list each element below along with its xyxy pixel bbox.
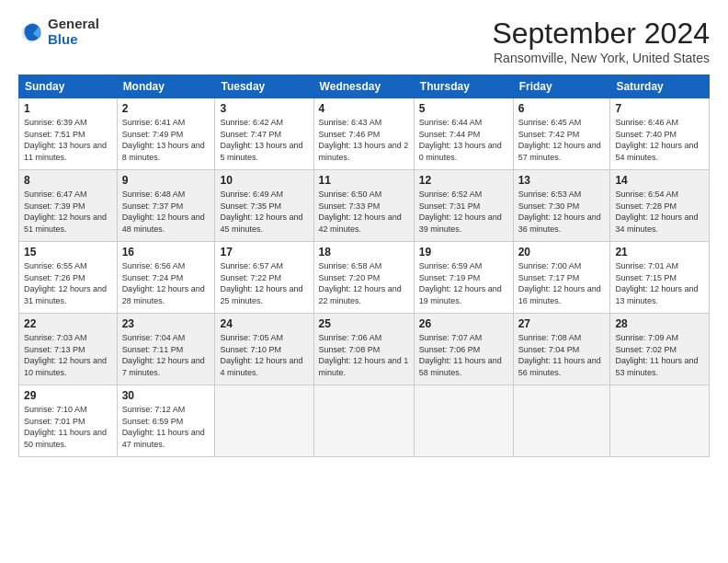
day-number: 16 [122,246,210,259]
day-number: 28 [615,317,704,330]
day-info: Sunrise: 6:42 AM Sunset: 7:47 PM Dayligh… [220,117,308,163]
table-row: 9 Sunrise: 6:48 AM Sunset: 7:37 PM Dayli… [117,170,215,242]
day-number: 6 [518,102,606,115]
col-sunday: Sunday [19,75,118,98]
day-info: Sunrise: 7:01 AM Sunset: 7:15 PM Dayligh… [615,260,704,306]
day-number: 18 [319,246,409,259]
day-number: 22 [24,317,112,330]
col-saturday: Saturday [610,75,710,98]
day-number: 13 [518,174,606,187]
day-number: 12 [419,174,508,187]
table-row: 15 Sunrise: 6:55 AM Sunset: 7:26 PM Dayl… [19,242,118,314]
table-row: 20 Sunrise: 7:00 AM Sunset: 7:17 PM Dayl… [513,242,610,314]
day-info: Sunrise: 6:56 AM Sunset: 7:24 PM Dayligh… [122,260,210,306]
table-row: 5 Sunrise: 6:44 AM Sunset: 7:44 PM Dayli… [414,98,513,170]
logo-text: General Blue [48,17,99,47]
calendar-week-row: 29 Sunrise: 7:10 AM Sunset: 7:01 PM Dayl… [19,385,710,457]
table-row: 29 Sunrise: 7:10 AM Sunset: 7:01 PM Dayl… [19,385,118,457]
day-info: Sunrise: 6:46 AM Sunset: 7:40 PM Dayligh… [615,117,704,163]
day-info: Sunrise: 6:49 AM Sunset: 7:35 PM Dayligh… [220,189,308,235]
day-number: 1 [24,102,112,115]
day-number: 5 [419,102,508,115]
day-number: 8 [24,174,112,187]
day-info: Sunrise: 6:58 AM Sunset: 7:20 PM Dayligh… [319,260,409,306]
table-row: 14 Sunrise: 6:54 AM Sunset: 7:28 PM Dayl… [610,170,710,242]
table-row [215,385,313,457]
page: General Blue September 2024 Ransomville,… [0,0,728,563]
day-number: 26 [419,317,508,330]
table-row: 18 Sunrise: 6:58 AM Sunset: 7:20 PM Dayl… [313,242,414,314]
day-number: 10 [220,174,308,187]
month-title: September 2024 [492,17,710,51]
day-info: Sunrise: 6:39 AM Sunset: 7:51 PM Dayligh… [24,117,112,163]
day-info: Sunrise: 7:09 AM Sunset: 7:02 PM Dayligh… [615,332,704,378]
day-number: 11 [319,174,409,187]
day-info: Sunrise: 7:00 AM Sunset: 7:17 PM Dayligh… [518,260,606,306]
calendar-header-row: Sunday Monday Tuesday Wednesday Thursday… [19,75,710,98]
day-number: 15 [24,246,112,259]
table-row [414,385,513,457]
table-row: 25 Sunrise: 7:06 AM Sunset: 7:08 PM Dayl… [313,314,414,385]
day-info: Sunrise: 7:07 AM Sunset: 7:06 PM Dayligh… [419,332,508,378]
day-info: Sunrise: 7:08 AM Sunset: 7:04 PM Dayligh… [518,332,606,378]
day-number: 19 [419,246,508,259]
day-info: Sunrise: 6:57 AM Sunset: 7:22 PM Dayligh… [220,260,308,306]
day-info: Sunrise: 6:47 AM Sunset: 7:39 PM Dayligh… [24,189,112,235]
day-info: Sunrise: 7:06 AM Sunset: 7:08 PM Dayligh… [319,332,409,378]
col-friday: Friday [513,75,610,98]
col-tuesday: Tuesday [215,75,313,98]
day-info: Sunrise: 6:44 AM Sunset: 7:44 PM Dayligh… [419,117,508,163]
col-wednesday: Wednesday [313,75,414,98]
table-row: 27 Sunrise: 7:08 AM Sunset: 7:04 PM Dayl… [513,314,610,385]
day-info: Sunrise: 6:54 AM Sunset: 7:28 PM Dayligh… [615,189,704,235]
calendar-week-row: 8 Sunrise: 6:47 AM Sunset: 7:39 PM Dayli… [19,170,710,242]
day-number: 24 [220,317,308,330]
day-number: 17 [220,246,308,259]
logo-general: General [48,17,99,32]
calendar-table: Sunday Monday Tuesday Wednesday Thursday… [18,75,710,457]
day-number: 21 [615,246,704,259]
table-row: 22 Sunrise: 7:03 AM Sunset: 7:13 PM Dayl… [19,314,118,385]
calendar-week-row: 1 Sunrise: 6:39 AM Sunset: 7:51 PM Dayli… [19,98,710,170]
day-info: Sunrise: 6:43 AM Sunset: 7:46 PM Dayligh… [319,117,409,163]
table-row: 30 Sunrise: 7:12 AM Sunset: 6:59 PM Dayl… [117,385,215,457]
day-info: Sunrise: 7:12 AM Sunset: 6:59 PM Dayligh… [122,404,210,450]
day-info: Sunrise: 6:59 AM Sunset: 7:19 PM Dayligh… [419,260,508,306]
day-info: Sunrise: 6:48 AM Sunset: 7:37 PM Dayligh… [122,189,210,235]
table-row: 8 Sunrise: 6:47 AM Sunset: 7:39 PM Dayli… [19,170,118,242]
day-info: Sunrise: 7:10 AM Sunset: 7:01 PM Dayligh… [24,404,112,450]
table-row: 24 Sunrise: 7:05 AM Sunset: 7:10 PM Dayl… [215,314,313,385]
table-row: 16 Sunrise: 6:56 AM Sunset: 7:24 PM Dayl… [117,242,215,314]
table-row: 6 Sunrise: 6:45 AM Sunset: 7:42 PM Dayli… [513,98,610,170]
logo: General Blue [18,17,99,47]
day-number: 3 [220,102,308,115]
day-info: Sunrise: 6:53 AM Sunset: 7:30 PM Dayligh… [518,189,606,235]
table-row: 3 Sunrise: 6:42 AM Sunset: 7:47 PM Dayli… [215,98,313,170]
day-number: 23 [122,317,210,330]
day-number: 2 [122,102,210,115]
day-number: 20 [518,246,606,259]
day-info: Sunrise: 6:41 AM Sunset: 7:49 PM Dayligh… [122,117,210,163]
table-row [513,385,610,457]
day-number: 14 [615,174,704,187]
table-row: 13 Sunrise: 6:53 AM Sunset: 7:30 PM Dayl… [513,170,610,242]
location: Ransomville, New York, United States [492,51,710,65]
col-monday: Monday [117,75,215,98]
day-info: Sunrise: 7:05 AM Sunset: 7:10 PM Dayligh… [220,332,308,378]
title-block: September 2024 Ransomville, New York, Un… [492,17,710,65]
day-number: 7 [615,102,704,115]
table-row: 17 Sunrise: 6:57 AM Sunset: 7:22 PM Dayl… [215,242,313,314]
table-row: 21 Sunrise: 7:01 AM Sunset: 7:15 PM Dayl… [610,242,710,314]
calendar-week-row: 15 Sunrise: 6:55 AM Sunset: 7:26 PM Dayl… [19,242,710,314]
table-row: 4 Sunrise: 6:43 AM Sunset: 7:46 PM Dayli… [313,98,414,170]
table-row: 2 Sunrise: 6:41 AM Sunset: 7:49 PM Dayli… [117,98,215,170]
day-number: 25 [319,317,409,330]
day-info: Sunrise: 6:52 AM Sunset: 7:31 PM Dayligh… [419,189,508,235]
day-number: 9 [122,174,210,187]
table-row: 26 Sunrise: 7:07 AM Sunset: 7:06 PM Dayl… [414,314,513,385]
day-number: 29 [24,389,112,402]
table-row: 12 Sunrise: 6:52 AM Sunset: 7:31 PM Dayl… [414,170,513,242]
day-number: 30 [122,389,210,402]
day-info: Sunrise: 7:04 AM Sunset: 7:11 PM Dayligh… [122,332,210,378]
day-info: Sunrise: 6:50 AM Sunset: 7:33 PM Dayligh… [319,189,409,235]
